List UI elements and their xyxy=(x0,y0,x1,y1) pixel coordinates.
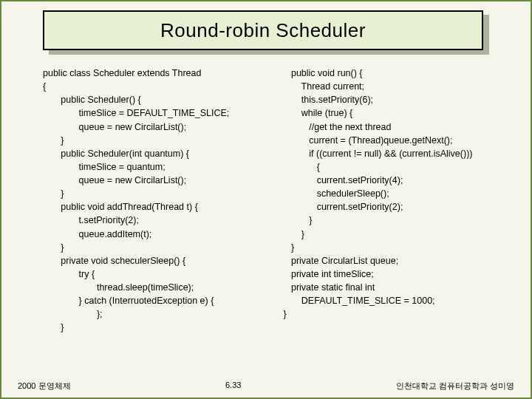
footer-right: 인천대학교 컴퓨터공학과 성미영 xyxy=(396,381,514,392)
slide-frame: Round-robin Scheduler public class Sched… xyxy=(0,0,532,399)
title-box: Round-robin Scheduler xyxy=(43,10,483,50)
footer: 2000 운영체제 6.33 인천대학교 컴퓨터공학과 성미영 xyxy=(18,381,514,392)
code-column-left: public class Scheduler extends Thread { … xyxy=(43,66,284,365)
footer-center: 6.33 xyxy=(225,381,241,392)
title-text: Round-robin Scheduler xyxy=(160,19,366,41)
footer-left: 2000 운영체제 xyxy=(18,381,71,392)
code-column-right: public void run() { Thread current; this… xyxy=(284,66,505,365)
code-content: public class Scheduler extends Thread { … xyxy=(43,66,505,365)
